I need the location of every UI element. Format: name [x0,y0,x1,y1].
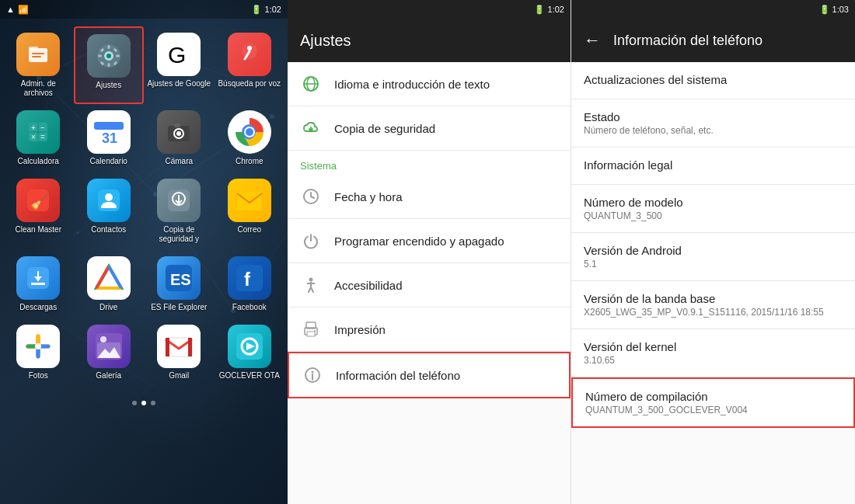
app-icon-cleanmaster: 🧹 [16,179,60,222]
info-time: 1:03 [832,5,849,14]
info-title-kernel: Versión del kernel [584,340,843,353]
info-status-bar: 🔋 1:03 [571,0,855,19]
settings-item-fecha[interactable]: Fecha y hora [288,175,571,219]
app-copia[interactable]: Copia de seguridad y [144,172,215,250]
status-left: ▲ 📶 [6,5,29,15]
info-title-android: Versión de Android [584,244,843,257]
info-item-modelo[interactable]: Número de modelo QUANTUM_3_500 [571,185,855,233]
app-calendario[interactable]: 31 Calendario [74,104,145,172]
app-icon-backup [157,179,201,222]
app-icon-descargas [16,256,60,300]
svg-rect-24 [116,55,120,57]
svg-rect-21 [107,45,110,49]
wifi-icon: ▲ [6,5,15,14]
app-ajustes-google[interactable]: G Ajustes de Google [144,26,215,104]
app-icon-calendar: 31 [87,110,131,154]
info-item-actualizaciones[interactable]: Actualizaciones del sistema [571,62,855,99]
info-item-banda[interactable]: Versión de la banda base X2605_LWG_35_MP… [571,281,855,329]
info-item-kernel[interactable]: Versión del kernel 3.10.65 [571,329,855,377]
app-contactos[interactable]: Contactos [74,172,145,250]
app-icon-fotos [16,325,60,368]
svg-point-20 [106,54,111,58]
dot-3[interactable] [151,401,155,405]
svg-point-49 [246,128,253,136]
app-fotos[interactable]: Fotos [3,318,74,387]
page-indicators [0,395,288,412]
app-correo[interactable]: Correo [215,172,285,250]
settings-item-accesibilidad-label: Accesibilidad [334,279,403,292]
svg-rect-93 [307,332,315,336]
settings-battery-icon: 🔋 [534,5,545,15]
app-busqueda[interactable]: Búsqueda por voz [215,26,285,104]
app-goclever[interactable]: GOCLEVER OTA [215,318,285,387]
info-title-banda: Versión de la banda base [584,292,843,305]
svg-rect-22 [107,63,110,67]
settings-status-bar: 🔋 1:02 [288,0,571,19]
svg-text:+: + [31,123,36,132]
app-label-contactos: Contactos [91,225,126,235]
info-item-legal[interactable]: Información legal [571,148,855,185]
svg-point-86 [309,278,313,282]
settings-item-programar[interactable]: Programar encendido y apagado [288,219,571,263]
svg-rect-15 [29,47,38,50]
svg-line-85 [311,196,314,198]
svg-point-44 [176,131,181,136]
info-title-actualizaciones: Actualizaciones del sistema [584,73,843,86]
settings-item-impresion[interactable]: Impresión [288,308,571,352]
svg-line-64 [109,266,121,288]
settings-time: 1:02 [548,5,564,14]
app-label-facebook: Facebook [232,303,267,312]
settings-item-idioma-label: Idioma e introducción de texto [334,78,490,91]
info-subtitle-estado: Número de teléfono, señal, etc. [584,125,843,136]
app-label-galeria: Galería [96,371,121,381]
info-item-estado[interactable]: Estado Número de teléfono, señal, etc. [571,99,855,148]
settings-item-copia-label: Copia de seguridad [334,122,435,135]
app-camara[interactable]: Cámara [144,104,215,172]
settings-panel: 🔋 1:02 Ajustes Idioma e introducción de … [288,0,571,504]
svg-rect-14 [29,48,47,62]
back-button[interactable]: ← [584,30,601,50]
app-chrome[interactable]: Chrome [215,104,285,172]
settings-item-fecha-label: Fecha y hora [334,190,403,203]
settings-item-copia[interactable]: Copia de seguridad [288,106,571,151]
svg-rect-40 [94,122,124,130]
svg-rect-17 [32,56,41,57]
app-label-camara: Cámara [165,157,193,166]
info-title-legal: Información legal [584,158,843,172]
settings-item-accesibilidad[interactable]: Accesibilidad [288,263,571,308]
app-admin-archivos[interactable]: Admin. de archivos [3,26,74,104]
app-drive[interactable]: Drive [74,250,145,318]
app-descargas[interactable]: Descargas [3,250,74,318]
settings-item-telefono[interactable]: Información del teléfono [288,352,571,398]
info-item-compilacion[interactable]: Número de compilación QUANTUM_3_500_GOCL… [571,377,855,428]
info-list: Actualizaciones del sistema Estado Númer… [571,62,855,504]
settings-header: Ajustes [288,19,571,62]
app-label-fotos: Fotos [29,371,48,381]
app-galeria[interactable]: Galería [74,318,145,387]
section-sistema: Sistema [288,151,571,175]
settings-item-idioma[interactable]: Idioma e introducción de texto [288,62,571,106]
app-gmail[interactable]: Gmail [144,318,215,387]
svg-rect-57 [237,192,262,210]
app-cleanmaster[interactable]: 🧹 Clean Master [3,172,74,250]
settings-item-telefono-label: Información del teléfono [336,369,460,382]
app-es[interactable]: ES ES File Explorer [144,250,215,318]
signal-icon: 📶 [18,5,29,15]
status-bar: ▲ 📶 🔋 1:02 [0,0,288,19]
app-label-cleanmaster: Clean Master [16,225,61,235]
dot-2[interactable] [141,401,146,405]
app-icon-drive [87,256,131,300]
app-facebook[interactable]: f Facebook [215,250,285,318]
dot-1[interactable] [132,401,137,405]
info-item-android[interactable]: Versión de Android 5.1 [571,233,855,281]
svg-text:🧹: 🧹 [30,192,50,210]
app-label-ajustes: Ajustes [96,81,121,90]
app-label-calendar: Calendario [90,157,127,166]
settings-item-impresion-label: Impresión [334,323,386,336]
svg-rect-60 [31,283,45,285]
settings-list[interactable]: Idioma e introducción de texto Copia de … [288,62,571,504]
svg-line-63 [96,266,109,288]
app-label-gmail: Gmail [169,371,189,381]
app-calculadora[interactable]: + − × = Calculadora [3,104,74,172]
app-ajustes[interactable]: Ajustes [74,26,145,104]
